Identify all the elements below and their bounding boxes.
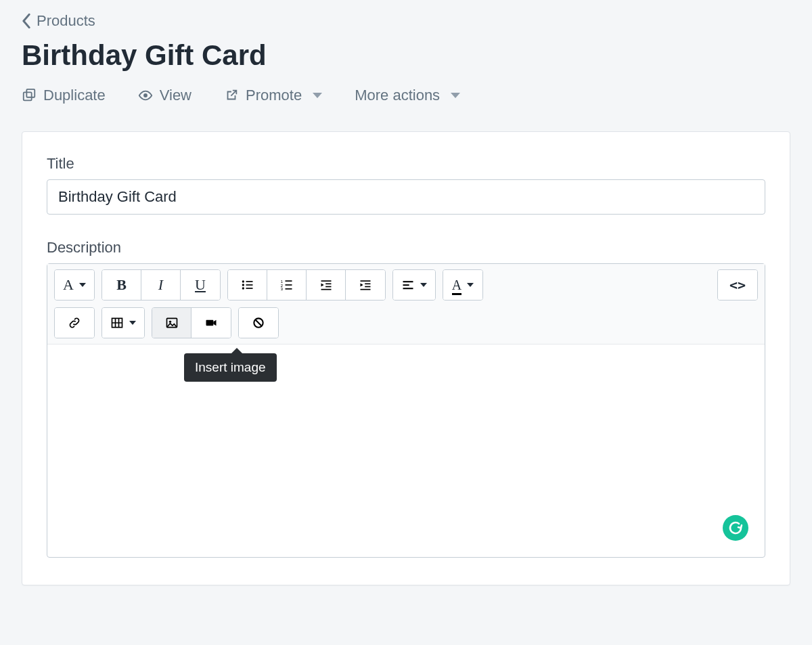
svg-rect-22 xyxy=(361,289,371,290)
insert-video-button[interactable] xyxy=(191,308,231,338)
duplicate-label: Duplicate xyxy=(43,87,106,104)
insert-image-button[interactable] xyxy=(152,308,191,338)
svg-rect-23 xyxy=(403,281,413,282)
breadcrumb-products[interactable]: Products xyxy=(22,12,95,30)
underline-button[interactable]: U xyxy=(181,270,220,300)
color-group: A xyxy=(443,269,483,301)
link-button[interactable] xyxy=(55,308,94,338)
description-field-block: Description A B I U xyxy=(47,239,765,558)
list-group: 123 xyxy=(227,269,386,301)
view-label: View xyxy=(160,87,191,104)
text-style-group: B I U xyxy=(102,269,221,301)
indent-button[interactable] xyxy=(346,270,385,300)
outdent-button[interactable] xyxy=(307,270,346,300)
svg-point-2 xyxy=(143,93,148,97)
ban-icon xyxy=(252,316,265,330)
video-icon xyxy=(204,316,218,330)
format-dropdown[interactable]: A xyxy=(55,270,94,300)
svg-rect-17 xyxy=(325,286,331,288)
outdent-icon xyxy=(319,278,333,292)
grammarly-icon xyxy=(727,520,744,536)
svg-point-3 xyxy=(242,280,244,282)
image-icon xyxy=(165,316,179,330)
svg-rect-8 xyxy=(246,288,252,289)
svg-rect-18 xyxy=(321,289,331,290)
align-dropdown[interactable] xyxy=(393,270,435,300)
bullet-list-button[interactable] xyxy=(228,270,267,300)
chevron-left-icon xyxy=(22,14,31,28)
align-group xyxy=(392,269,436,301)
action-row: Duplicate View Promote More actions xyxy=(22,87,790,104)
align-left-icon xyxy=(401,278,415,292)
code-group: <> xyxy=(717,269,758,301)
bullet-list-icon xyxy=(241,278,254,292)
chevron-down-icon xyxy=(129,321,136,325)
svg-rect-19 xyxy=(361,280,371,282)
promote-label: Promote xyxy=(246,87,302,104)
promote-button[interactable]: Promote xyxy=(224,87,322,104)
svg-rect-14 xyxy=(285,288,292,290)
svg-rect-12 xyxy=(285,284,292,286)
svg-rect-0 xyxy=(24,92,32,100)
svg-rect-20 xyxy=(365,284,370,285)
svg-point-7 xyxy=(242,287,244,289)
external-link-icon xyxy=(224,88,239,103)
bold-button[interactable]: B xyxy=(102,270,141,300)
format-glyph: A xyxy=(63,276,74,294)
page-title: Birthday Gift Card xyxy=(22,39,790,72)
editor-content-area[interactable] xyxy=(47,344,765,557)
clear-formatting-button[interactable] xyxy=(239,308,278,338)
svg-rect-4 xyxy=(246,281,252,282)
grammarly-badge[interactable] xyxy=(723,515,748,541)
svg-line-34 xyxy=(255,319,262,326)
svg-rect-1 xyxy=(26,89,35,97)
italic-button[interactable]: I xyxy=(141,270,181,300)
link-icon xyxy=(68,316,81,330)
svg-rect-24 xyxy=(403,284,409,286)
rich-text-editor: A B I U xyxy=(47,263,765,558)
svg-rect-32 xyxy=(206,320,214,326)
numbered-list-button[interactable]: 123 xyxy=(267,270,307,300)
chevron-down-icon xyxy=(313,93,322,98)
chevron-down-icon xyxy=(467,283,474,287)
code-view-button[interactable]: <> xyxy=(718,270,757,300)
description-label: Description xyxy=(47,239,765,257)
numbered-list-icon: 123 xyxy=(280,278,294,292)
duplicate-button[interactable]: Duplicate xyxy=(22,87,106,104)
indent-icon xyxy=(359,278,372,292)
duplicate-icon xyxy=(22,88,37,103)
svg-rect-6 xyxy=(246,284,252,286)
format-group: A xyxy=(54,269,95,301)
chevron-down-icon xyxy=(420,283,427,287)
breadcrumb-label: Products xyxy=(37,12,95,30)
link-group xyxy=(54,307,95,338)
more-actions-button[interactable]: More actions xyxy=(355,87,460,104)
eye-icon xyxy=(138,88,153,103)
svg-rect-15 xyxy=(321,280,331,282)
svg-point-5 xyxy=(242,284,244,286)
product-form-card: Title Description A B I xyxy=(22,131,790,585)
svg-rect-16 xyxy=(325,284,331,285)
view-button[interactable]: View xyxy=(138,87,191,104)
svg-rect-10 xyxy=(285,280,292,282)
more-actions-label: More actions xyxy=(355,87,440,104)
chevron-down-icon xyxy=(79,283,86,287)
text-color-dropdown[interactable]: A xyxy=(443,270,482,300)
clear-group xyxy=(238,307,279,338)
chevron-down-icon xyxy=(451,93,460,98)
title-field-block: Title xyxy=(47,155,765,215)
svg-point-31 xyxy=(168,321,171,323)
svg-rect-21 xyxy=(365,286,370,288)
title-input[interactable] xyxy=(47,179,765,215)
editor-toolbar: A B I U xyxy=(47,264,765,344)
table-dropdown[interactable] xyxy=(102,308,144,338)
svg-rect-25 xyxy=(403,288,413,289)
svg-text:3: 3 xyxy=(280,287,282,291)
title-label: Title xyxy=(47,155,765,173)
code-glyph: <> xyxy=(729,277,746,293)
table-group xyxy=(102,307,145,338)
table-icon xyxy=(110,316,124,330)
media-group xyxy=(152,307,231,338)
